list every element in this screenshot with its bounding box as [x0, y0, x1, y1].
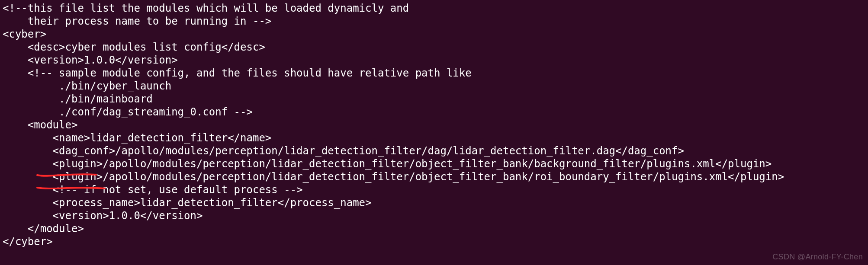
code-line: <!-- if not set, use default process --> [3, 184, 303, 196]
code-line: </cyber> [3, 236, 53, 248]
code-line: <version>1.0.0</version> [3, 54, 178, 66]
code-line: <dag_conf>/apollo/modules/perception/lid… [3, 145, 684, 157]
code-line: ./bin/mainboard [3, 93, 153, 105]
code-line: <plugin>/apollo/modules/perception/lidar… [3, 171, 784, 183]
code-line: ./bin/cyber_launch [3, 80, 171, 92]
code-line: <cyber> [3, 28, 46, 40]
code-line: <desc>cyber modules list config</desc> [3, 41, 265, 53]
watermark-text: CSDN @Arnold-FY-Chen [772, 252, 863, 262]
code-line: </module> [3, 223, 84, 235]
code-line: <process_name>lidar_detection_filter</pr… [3, 197, 372, 209]
code-line: <!-- sample module config, and the files… [3, 67, 472, 79]
code-line: <name>lidar_detection_filter</name> [3, 132, 271, 144]
code-line: <!--this file list the modules which wil… [3, 2, 409, 14]
code-line: <version>1.0.0</version> [3, 210, 203, 222]
xml-config-text: <!--this file list the modules which wil… [3, 2, 865, 248]
code-line: <plugin>/apollo/modules/perception/lidar… [3, 158, 772, 170]
code-line: their process name to be running in --> [3, 15, 271, 27]
code-line: ./conf/dag_streaming_0.conf --> [3, 106, 253, 118]
terminal-code-block: <!--this file list the modules which wil… [0, 0, 868, 265]
code-line: <module> [3, 119, 77, 131]
